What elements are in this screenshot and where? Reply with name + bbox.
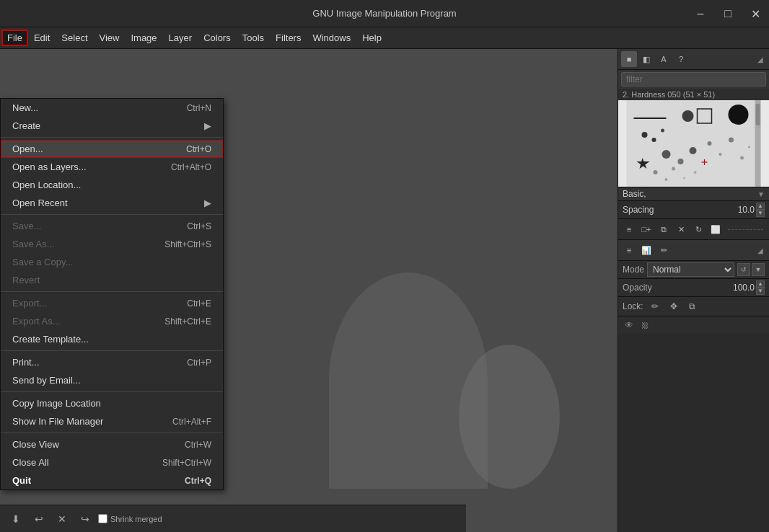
menu-close-view[interactable]: Close View Ctrl+W (1, 435, 223, 453)
mode-reset-button[interactable]: ↺ (737, 263, 750, 276)
separator-4 (1, 350, 223, 351)
spacing-label: Spacing (623, 205, 726, 215)
menu-open-location[interactable]: Open Location... (1, 176, 223, 194)
brush-tab-icon[interactable]: ■ (621, 51, 637, 67)
brush-category-arrow[interactable]: ▼ (757, 190, 765, 198)
menu-print[interactable]: Print... Ctrl+P (1, 353, 223, 371)
menu-filters[interactable]: Filters (270, 30, 307, 46)
lock-pen-button[interactable]: ✏ (648, 299, 662, 314)
brush-panel-expand[interactable]: ◢ (755, 53, 766, 65)
svg-point-10 (678, 159, 684, 164)
menu-create-label: Create (12, 120, 40, 131)
menu-tools[interactable]: Tools (237, 30, 270, 46)
minimize-button[interactable]: – (687, 0, 714, 27)
layers-panel-expand[interactable]: ◢ (755, 244, 766, 256)
main-area: New... Ctrl+N Create ▶ Open... Ctrl+O Op… (0, 49, 769, 532)
menu-view[interactable]: View (94, 30, 126, 46)
menu-save-as-label: Save As... (12, 239, 55, 249)
opacity-down-button[interactable]: ▼ (756, 288, 765, 295)
menu-open-recent-arrow: ▶ (204, 198, 211, 208)
svg-point-12 (708, 141, 712, 146)
menu-open-recent-label: Open Recent (12, 198, 68, 208)
mode-buttons: ↺ ▼ (737, 263, 765, 276)
statusbar-undo-button[interactable]: ↩ (29, 509, 49, 529)
layers-tab-icon[interactable]: ≡ (621, 242, 637, 258)
menu-export-as-label: Export As... (12, 316, 60, 327)
svg-point-9 (662, 150, 671, 159)
mode-label: Mode (623, 265, 644, 275)
menu-print-shortcut: Ctrl+P (187, 358, 211, 368)
brush-action-delete[interactable]: ✕ (673, 221, 689, 237)
menu-new[interactable]: New... Ctrl+N (1, 99, 223, 117)
shrink-merged-checkbox[interactable] (98, 514, 107, 523)
canvas-decoration-2 (459, 345, 560, 489)
layers-paths-icon[interactable]: ✏ (656, 242, 672, 258)
maximize-button[interactable]: □ (714, 0, 742, 27)
menu-windows[interactable]: Windows (307, 30, 356, 46)
layer-visibility-button[interactable]: 👁 (623, 319, 636, 332)
menu-open-label: Open... (12, 143, 43, 154)
menu-save-shortcut: Ctrl+S (187, 221, 211, 231)
menu-open-layers-label: Open as Layers... (12, 161, 87, 172)
menu-quit[interactable]: Quit Ctrl+Q (1, 471, 223, 489)
window-controls: – □ ✕ (687, 0, 769, 27)
statusbar-redo-button[interactable]: ↪ (75, 509, 95, 529)
layer-link-button[interactable]: ⛓ (638, 319, 651, 332)
close-button[interactable]: ✕ (742, 0, 769, 27)
lock-move-button[interactable]: ✥ (667, 299, 681, 314)
file-dropdown-menu: New... Ctrl+N Create ▶ Open... Ctrl+O Op… (0, 98, 224, 490)
brush-text-icon[interactable]: A (656, 51, 672, 67)
statusbar-shrink-merged[interactable]: Shrink merged (98, 514, 162, 523)
menu-print-label: Print... (12, 357, 40, 368)
menu-save: Save... Ctrl+S (1, 217, 223, 235)
menu-send-email[interactable]: Send by Email... (1, 371, 223, 389)
menu-layer[interactable]: Layer (163, 30, 198, 46)
menu-select[interactable]: Select (56, 30, 93, 46)
menu-copy-location-label: Copy Image Location (12, 398, 101, 409)
menu-copy-location[interactable]: Copy Image Location (1, 394, 223, 412)
mode-apply-button[interactable]: ▼ (752, 263, 765, 276)
menu-export-shortcut: Ctrl+E (187, 298, 211, 309)
menu-create-template[interactable]: Create Template... (1, 330, 223, 348)
brush-action-layers[interactable]: ≡ (621, 221, 637, 237)
brush-action-refresh[interactable]: ↻ (690, 221, 706, 237)
menu-file[interactable]: File (1, 30, 28, 46)
titlebar: GNU Image Manipulation Program – □ ✕ (0, 0, 769, 27)
menu-send-email-label: Send by Email... (12, 375, 81, 386)
brush-help-icon[interactable]: ? (673, 51, 689, 67)
menu-colors[interactable]: Colors (198, 30, 237, 46)
menu-open-recent[interactable]: Open Recent ▶ (1, 194, 223, 212)
spacing-up-button[interactable]: ▲ (756, 203, 765, 210)
svg-point-21 (672, 167, 675, 171)
mode-select[interactable]: Normal Multiply Screen (647, 262, 734, 277)
menu-show-file-manager[interactable]: Show In File Manager Ctrl+Alt+F (1, 412, 223, 430)
spacing-down-button[interactable]: ▼ (756, 210, 765, 217)
brush-preview-area (618, 100, 769, 187)
right-panel: ■ ◧ A ? ◢ 2. Hardness 050 (51 × 51) (618, 49, 769, 532)
separator-6 (1, 433, 223, 433)
menu-open-layers[interactable]: Open as Layers... Ctrl+Alt+O (1, 158, 223, 176)
menu-close-all[interactable]: Close All Shift+Ctrl+W (1, 453, 223, 471)
opacity-up-button[interactable]: ▲ (756, 280, 765, 288)
layers-channels-icon[interactable]: 📊 (638, 242, 654, 258)
menu-help[interactable]: Help (356, 30, 387, 46)
separator-2 (1, 214, 223, 215)
brush-action-export[interactable]: ⬜ (708, 221, 724, 237)
menu-open-shortcut: Ctrl+O (186, 144, 211, 154)
brush-dynamics-icon[interactable]: ◧ (638, 51, 654, 67)
statusbar-delete-button[interactable]: ✕ (52, 509, 72, 529)
brush-action-new[interactable]: □+ (638, 221, 654, 237)
brush-filter-input[interactable] (621, 72, 766, 87)
menu-revert-label: Revert (12, 275, 40, 285)
statusbar-export-button[interactable]: ⬇ (6, 509, 26, 529)
menu-quit-shortcut: Ctrl+Q (185, 476, 211, 486)
lock-alpha-button[interactable]: ⧉ (685, 299, 700, 314)
menu-create-template-label: Create Template... (12, 334, 89, 345)
opacity-row: Opacity 100.0 ▲ ▼ (618, 279, 769, 297)
menu-open[interactable]: Open... Ctrl+O (1, 140, 223, 158)
menu-image[interactable]: Image (125, 30, 162, 46)
menu-create[interactable]: Create ▶ (1, 117, 223, 135)
svg-point-11 (690, 147, 697, 154)
menu-edit[interactable]: Edit (28, 30, 56, 46)
brush-action-duplicate[interactable]: ⧉ (656, 221, 672, 237)
